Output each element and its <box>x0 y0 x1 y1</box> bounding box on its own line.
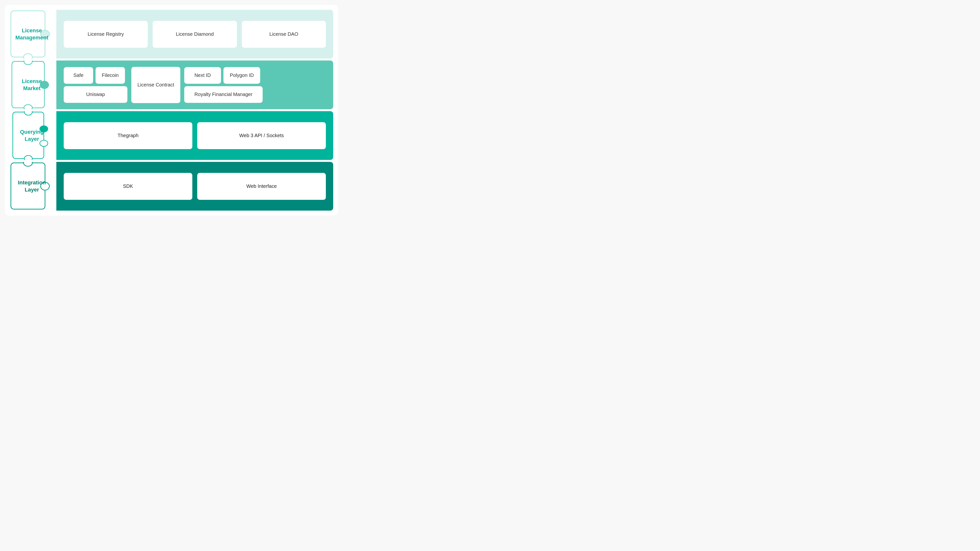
label-text-license-market: LicenseMarket <box>19 75 45 94</box>
label-license-market: LicenseMarket <box>10 60 54 109</box>
svg-point-5 <box>24 60 32 65</box>
label-text-license-management: License Management <box>10 25 54 44</box>
architecture-diagram: License Management License Registry Lice… <box>5 5 338 216</box>
box-web-interface: Web Interface <box>197 173 326 200</box>
box-filecoin: Filecoin <box>95 67 125 84</box>
svg-point-10 <box>24 111 32 115</box>
box-license-diamond: License Diamond <box>153 21 237 48</box>
box-license-contract: License Contract <box>131 67 180 103</box>
market-right-top: Next ID Polygon ID <box>184 67 262 84</box>
market-left-group: Safe Filecoin Uniswap <box>64 67 127 103</box>
box-license-dao: License DAO <box>242 21 326 48</box>
box-uniswap: Uniswap <box>64 86 127 103</box>
svg-point-16 <box>24 162 32 166</box>
layer-querying: QueryingLayer Thegraph Web 3 API / Socke… <box>10 111 333 160</box>
layer-integration: IntegrationLayer SDK Web Interface <box>10 162 333 211</box>
label-text-querying-layer: QueryingLayer <box>18 126 46 145</box>
layer-4-content: SDK Web Interface <box>56 162 333 211</box>
box-sdk: SDK <box>64 173 192 200</box>
box-web3-api: Web 3 API / Sockets <box>197 122 326 149</box>
box-royalty-financial-manager: Royalty Financial Manager <box>184 86 262 103</box>
layer-3-content: Thegraph Web 3 API / Sockets <box>56 111 333 160</box>
layer-license-management: License Management License Registry Lice… <box>10 10 333 59</box>
svg-point-11 <box>24 156 32 160</box>
market-top-row: Safe Filecoin <box>64 67 127 84</box>
label-license-management: License Management <box>10 10 54 59</box>
market-bottom-row: Uniswap <box>64 86 127 103</box>
box-thegraph: Thegraph <box>64 122 192 149</box>
box-next-id: Next ID <box>184 67 221 84</box>
label-integration-layer: IntegrationLayer <box>10 162 54 211</box>
label-text-integration-layer: IntegrationLayer <box>16 177 48 196</box>
box-safe: Safe <box>64 67 93 84</box>
box-polygon-id: Polygon ID <box>223 67 260 84</box>
layer-1-content: License Registry License Diamond License… <box>56 10 333 59</box>
layer-license-market: LicenseMarket Safe Filecoin Uniswap Lice… <box>10 60 333 109</box>
svg-point-1 <box>24 54 32 59</box>
box-license-registry: License Registry <box>64 21 148 48</box>
layer-2-content: Safe Filecoin Uniswap License Contract N… <box>56 60 333 109</box>
label-querying-layer: QueryingLayer <box>10 111 54 160</box>
market-right-group: Next ID Polygon ID Royalty Financial Man… <box>184 67 262 103</box>
market-right-bottom: Royalty Financial Manager <box>184 86 262 103</box>
svg-point-6 <box>24 105 32 109</box>
